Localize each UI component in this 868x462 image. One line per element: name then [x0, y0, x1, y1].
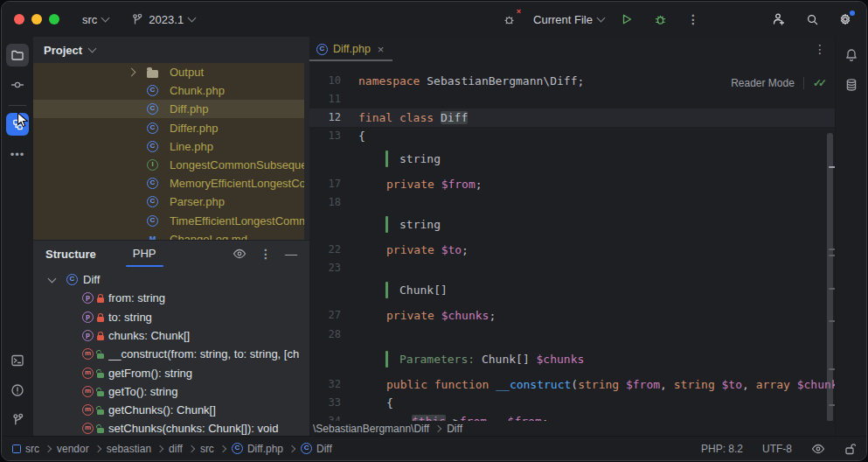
- vcs-branch-selector[interactable]: 2023.1: [131, 13, 195, 26]
- tab-options-button[interactable]: ⋮: [814, 42, 827, 56]
- more-tool-windows-button[interactable]: •••: [6, 143, 29, 165]
- structure-member-item[interactable]: pchunks: Chunk[]: [33, 326, 309, 345]
- code-token: string: [674, 378, 715, 391]
- project-item[interactable]: MChangeLog.md: [33, 230, 304, 240]
- structure-tool-button[interactable]: [6, 113, 29, 136]
- public-visibility-icon: [97, 391, 104, 396]
- problems-tool-button[interactable]: [6, 379, 29, 402]
- structure-member-item[interactable]: msetChunks(chunks: Chunk[]): void: [33, 419, 309, 437]
- run-configuration-selector[interactable]: Current File: [533, 13, 604, 26]
- status-path-label: Diff: [316, 443, 332, 455]
- structure-root-item[interactable]: CDiff: [33, 270, 309, 289]
- status-path-item[interactable]: CDiff: [301, 443, 332, 455]
- file-type-icon-slot: C: [147, 85, 158, 96]
- public-visibility-icon: [97, 354, 104, 359]
- breadcrumb-item[interactable]: Diff: [447, 423, 462, 435]
- project-item[interactable]: CTimeEfficientLongestCommon: [33, 212, 304, 230]
- code-text: string: [399, 150, 441, 168]
- code-text: namespace SebastianBergmann\Diff;: [358, 72, 584, 90]
- hide-panel-button[interactable]: —: [285, 247, 297, 261]
- unlocked-padlock-icon[interactable]: [844, 443, 856, 455]
- structure-tab-php[interactable]: PHP: [129, 241, 160, 267]
- version-control-tool-button[interactable]: [6, 409, 29, 431]
- structure-member-item[interactable]: mgetTo(): string: [33, 382, 309, 401]
- debugger-listener-icon[interactable]: ×: [498, 9, 519, 30]
- code-token: private: [386, 309, 434, 322]
- project-item[interactable]: CDiffer.php: [33, 119, 304, 137]
- settings-button[interactable]: [835, 9, 856, 30]
- inspections-ok-icon[interactable]: ✓✓: [813, 77, 827, 89]
- structure-member-item[interactable]: pto: string: [33, 308, 309, 326]
- terminal-tool-button[interactable]: [6, 349, 29, 372]
- debug-button[interactable]: [649, 9, 670, 30]
- status-path-item[interactable]: vendor: [57, 443, 89, 455]
- terminal-icon: [10, 354, 24, 368]
- database-tool-button[interactable]: [840, 74, 863, 96]
- close-window-button[interactable]: [14, 14, 24, 24]
- method-icon: m: [82, 404, 94, 416]
- project-item[interactable]: CMemoryEfficientLongestComm: [33, 174, 304, 192]
- structure-member-label: to: string: [108, 311, 309, 324]
- zoom-window-button[interactable]: [49, 14, 59, 24]
- titlebar: src 2023.1 × Current File: [2, 2, 866, 37]
- git-branch-icon: [131, 13, 143, 26]
- status-path-item[interactable]: CDiff.php: [232, 443, 283, 455]
- line-number: 23: [316, 259, 341, 277]
- code-text: string: [399, 215, 441, 234]
- project-item[interactable]: CDiff.php: [33, 100, 304, 118]
- close-tab-icon[interactable]: ×: [378, 44, 385, 55]
- structure-member-item[interactable]: mgetChunks(): Chunk[]: [33, 401, 309, 419]
- search-everywhere-button[interactable]: [802, 9, 823, 30]
- structure-member-item[interactable]: m__construct(from: string, to: string, […: [33, 345, 309, 363]
- status-bar: srcvendorsebastiandiffsrcCDiff.phpCDiff …: [2, 436, 866, 460]
- file-type-icon-slot: C: [147, 141, 158, 152]
- code-with-me-button[interactable]: [768, 9, 789, 30]
- code-token: [790, 378, 797, 391]
- breadcrumb-item[interactable]: \SebastianBergmann\Diff: [313, 423, 429, 435]
- status-path-item[interactable]: src: [12, 443, 39, 455]
- project-item[interactable]: ILongestCommonSubsequence: [33, 156, 304, 174]
- project-item[interactable]: CChunk.php: [33, 81, 304, 100]
- minimize-window-button[interactable]: [31, 14, 42, 24]
- view-options-eye-icon[interactable]: [233, 248, 247, 259]
- code-token: [434, 309, 441, 322]
- editor-scrollbar-thumb[interactable]: [827, 133, 833, 422]
- code-line: 23: [309, 259, 839, 277]
- notifications-button[interactable]: [840, 44, 863, 66]
- collapse-chevron-icon[interactable]: [48, 274, 57, 283]
- run-button[interactable]: [616, 9, 637, 30]
- reader-mode-label: Reader Mode: [731, 77, 795, 89]
- method-icon: m: [82, 348, 94, 360]
- commit-tool-button[interactable]: [6, 74, 29, 96]
- project-tool-button[interactable]: [6, 44, 29, 66]
- problems-icon: [10, 383, 24, 397]
- project-item[interactable]: Output: [33, 63, 304, 81]
- code-viewport[interactable]: 10namespace SebastianBergmann\Diff;1112f…: [309, 61, 839, 424]
- public-visibility-icon: [97, 373, 104, 378]
- breadcrumb-separator-icon: [156, 444, 163, 452]
- project-item[interactable]: CParser.php: [33, 192, 304, 211]
- code-token: Diff: [441, 111, 468, 124]
- editor-tab-diff-php[interactable]: C Diff.php ×: [309, 37, 392, 61]
- reader-mode-indicator[interactable]: Reader Mode ✓✓: [731, 77, 827, 89]
- reader-mode-eye-icon[interactable]: [811, 444, 825, 454]
- encoding-widget[interactable]: UTF-8: [762, 443, 792, 455]
- more-actions-button[interactable]: ⋮: [683, 9, 704, 30]
- chevron-down-icon[interactable]: [88, 45, 97, 53]
- status-path-item[interactable]: sebastian: [107, 443, 151, 455]
- expand-chevron-icon[interactable]: [128, 68, 136, 77]
- structure-member-label: getChunks(): Chunk[]: [108, 403, 309, 416]
- structure-member-item[interactable]: mgetFrom(): string: [33, 364, 309, 382]
- php-version-widget[interactable]: PHP: 8.2: [701, 443, 743, 455]
- project-item[interactable]: CLine.php: [33, 137, 304, 156]
- status-path-item[interactable]: src: [200, 443, 214, 455]
- status-path-item[interactable]: diff: [169, 443, 183, 455]
- structure-icon: [11, 118, 24, 131]
- project-selector[interactable]: src: [82, 13, 108, 26]
- code-token: [434, 178, 441, 191]
- class-icon: C: [147, 178, 158, 189]
- structure-member-item[interactable]: pfrom: string: [33, 289, 309, 307]
- breadcrumb-separator-icon: [94, 444, 101, 452]
- line-number: 22: [316, 241, 341, 259]
- structure-more-button[interactable]: ⋮: [260, 247, 272, 261]
